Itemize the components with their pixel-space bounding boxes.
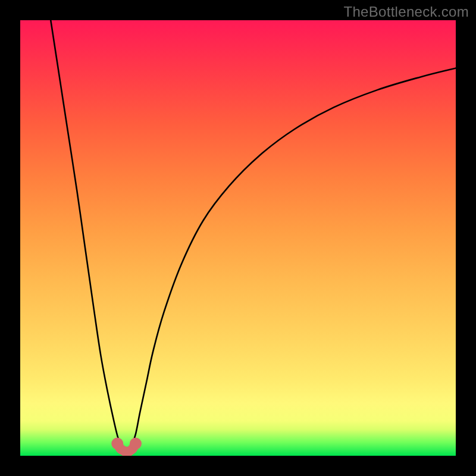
chart-svg [20,20,456,456]
curve-left-branch [51,20,123,447]
watermark-text: TheBottleneck.com [343,4,469,20]
plot-area [20,20,456,456]
valley-end-dot [130,438,142,450]
chart-frame: TheBottleneck.com [0,0,476,476]
valley-marker [111,438,142,452]
curve-right-branch [131,68,456,447]
valley-end-dot [111,438,123,450]
